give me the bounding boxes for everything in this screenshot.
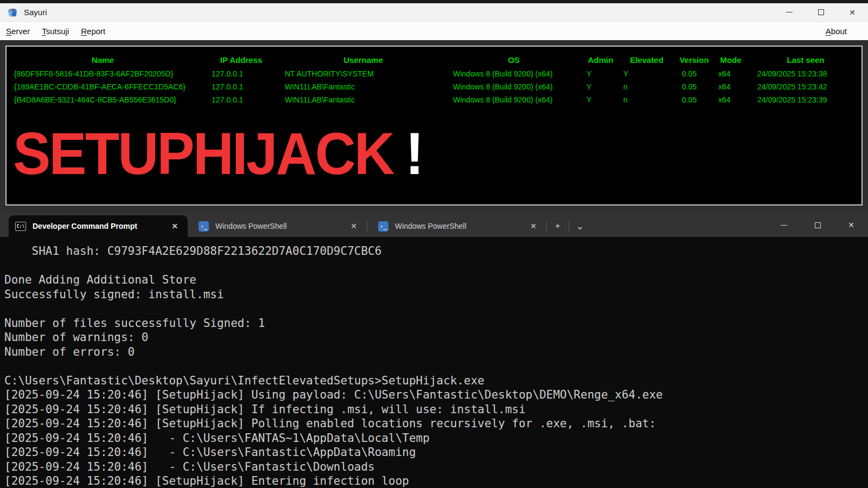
cell-admin: Y <box>584 95 617 104</box>
menu-report-label: eport <box>87 27 105 36</box>
agents-panel: Name IP Address Username OS Admin Elevat… <box>5 46 863 206</box>
header-name[interactable]: Name <box>7 55 199 65</box>
terminal-window-controls: ✕ <box>767 213 868 237</box>
header-admin[interactable]: Admin <box>584 55 617 65</box>
tab-close-icon[interactable]: ✕ <box>347 221 360 232</box>
menu-tsutsuji-mnemonic: T <box>42 27 46 36</box>
tab-label: Windows PowerShell <box>395 222 527 230</box>
cell-mode: x64 <box>712 95 750 104</box>
tab-windows-powershell-2[interactable]: ›_ Windows PowerShell ✕ <box>372 215 546 237</box>
window-title: Sayuri <box>24 8 47 17</box>
maximize-icon <box>818 9 824 15</box>
minimize-icon <box>786 12 793 12</box>
header-version[interactable]: Version <box>676 55 712 65</box>
terminal-line <box>4 259 868 273</box>
cell-username: WIN11LAB\Fantastic <box>283 82 443 91</box>
menu-about[interactable]: About <box>820 23 853 39</box>
cell-last-seen: 24/09/2025 15:23:42 <box>750 82 861 91</box>
terminal-line: [2025-09-24 15:20:46] - C:\Users\Fantast… <box>4 445 868 460</box>
maximize-button[interactable] <box>805 3 837 21</box>
cell-last-seen: 24/09/2025 15:23:38 <box>750 69 861 78</box>
agents-table: Name IP Address Username OS Admin Elevat… <box>7 47 861 106</box>
terminal-line: Number of warnings: 0 <box>4 330 868 345</box>
terminal-line: [2025-09-24 15:20:46] [SetupHijack] Poll… <box>4 416 868 431</box>
cell-os: Windows 8 (Build 9200) (x64) <box>443 82 584 91</box>
terminal-maximize-button[interactable] <box>801 213 834 237</box>
menu-server-mnemonic: S <box>6 27 11 36</box>
new-tab-button[interactable]: + <box>547 215 569 237</box>
header-username[interactable]: Username <box>283 55 443 65</box>
terminal-line: SHA1 hash: C9793F4A2E629D88F2213622D7A0C… <box>4 244 868 259</box>
cell-version: 0.05 <box>676 95 712 104</box>
tab-windows-powershell-1[interactable]: ›_ Windows PowerShell ✕ <box>192 215 367 237</box>
terminal-line: [2025-09-24 15:20:46] [SetupHijack] If i… <box>4 402 868 417</box>
menu-tsutsuji-label: sutsuji <box>46 27 69 36</box>
cell-elevated: n <box>617 95 676 104</box>
header-elevated[interactable]: Elevated <box>617 55 676 65</box>
tab-label: Developer Command Prompt <box>33 222 168 230</box>
terminal-line: Successfully signed: install.msi <box>4 287 868 302</box>
menu-server[interactable]: Server <box>0 23 36 39</box>
powershell-icon: ›_ <box>199 221 209 232</box>
cell-mode: x64 <box>712 82 750 91</box>
table-row[interactable]: {B4D8A6BE-9321-464C-8CB5-AB556E3615D0} 1… <box>7 93 861 106</box>
terminal-line: [2025-09-24 15:20:46] - C:\Users\FANTAS~… <box>4 431 868 446</box>
sayuri-titlebar: Sayuri ✕ <box>0 3 868 22</box>
menu-server-label: erver <box>11 27 30 36</box>
terminal-line: C:\Users\Fantastic\Desktop\Sayuri\Infect… <box>4 374 868 388</box>
cell-version: 0.05 <box>676 82 712 91</box>
header-ip-address[interactable]: IP Address <box>199 55 283 65</box>
banner-exclamation: ! <box>405 120 423 187</box>
table-row[interactable]: {86DF5FF8-5816-41DB-83F3-6AF2BF20205D} 1… <box>7 67 861 80</box>
minimize-icon <box>781 225 787 226</box>
cell-admin: Y <box>584 82 617 91</box>
terminal-minimize-button[interactable] <box>767 213 801 237</box>
menu-report[interactable]: Report <box>75 23 111 39</box>
terminal-line <box>4 359 868 374</box>
minimize-button[interactable] <box>774 3 805 21</box>
cell-os: Windows 8 (Build 9200) (x64) <box>443 95 584 104</box>
cell-ip: 127.0.0.1 <box>199 69 283 78</box>
terminal-line <box>4 301 868 316</box>
close-icon: ✕ <box>848 221 854 229</box>
cell-name: {189AE1BC-CDDB-41BF-AECA-6FFECC1D5AC6} <box>7 82 199 91</box>
window-controls: ✕ <box>774 3 868 21</box>
header-mode[interactable]: Mode <box>712 55 750 65</box>
terminal-line: Number of files successfully Signed: 1 <box>4 316 868 331</box>
terminal-window: C:\ Developer Command Prompt ✕ ›_ Window… <box>0 213 868 488</box>
header-os[interactable]: OS <box>443 55 584 65</box>
table-row[interactable]: {189AE1BC-CDDB-41BF-AECA-6FFECC1D5AC6} 1… <box>7 80 861 93</box>
cell-name: {86DF5FF8-5816-41DB-83F3-6AF2BF20205D} <box>7 69 199 78</box>
sayuri-app-icon <box>7 7 18 18</box>
tab-separator <box>367 221 367 232</box>
client-area: Name IP Address Username OS Admin Elevat… <box>0 40 868 213</box>
cell-mode: x64 <box>712 69 750 78</box>
menu-report-mnemonic: R <box>81 27 87 36</box>
tab-dropdown-button[interactable]: ⌄ <box>569 215 591 237</box>
tab-close-icon[interactable]: ✕ <box>527 221 540 232</box>
powershell-icon: ›_ <box>378 221 388 232</box>
menubar: Server Tsutsuji Report About <box>0 22 868 40</box>
agents-table-header-row: Name IP Address Username OS Admin Elevat… <box>7 52 861 67</box>
maximize-icon <box>815 222 821 228</box>
cell-last-seen: 24/09/2025 15:23:39 <box>750 95 861 104</box>
tab-close-icon[interactable]: ✕ <box>168 221 181 232</box>
cell-version: 0.05 <box>676 69 712 78</box>
terminal-line: Done Adding Additional Store <box>4 273 868 287</box>
terminal-tabbar: C:\ Developer Command Prompt ✕ ›_ Window… <box>0 213 868 237</box>
terminal-line: Number of errors: 0 <box>4 345 868 359</box>
close-button[interactable]: ✕ <box>837 3 868 21</box>
tab-developer-command-prompt[interactable]: C:\ Developer Command Prompt ✕ <box>9 215 188 237</box>
menu-about-mnemonic: A <box>826 27 831 36</box>
terminal-close-button[interactable]: ✕ <box>834 213 868 237</box>
cell-ip: 127.0.0.1 <box>199 95 283 104</box>
cmd-icon: C:\ <box>15 222 26 231</box>
terminal-line: [2025-09-24 15:20:46] [SetupHijack] Usin… <box>4 388 868 402</box>
cell-os: Windows 8 (Build 9200) (x64) <box>443 69 584 78</box>
header-last-seen[interactable]: Last seen <box>750 55 861 65</box>
banner-text: SETUPHIJACK <box>13 120 393 187</box>
menu-tsutsuji[interactable]: Tsutsuji <box>36 23 75 39</box>
terminal-output[interactable]: SHA1 hash: C9793F4A2E629D88F2213622D7A0C… <box>0 237 868 488</box>
cell-username: WIN11LAB\Fantastic <box>283 95 443 104</box>
cell-username: NT AUTHORITY\SYSTEM <box>283 69 443 78</box>
